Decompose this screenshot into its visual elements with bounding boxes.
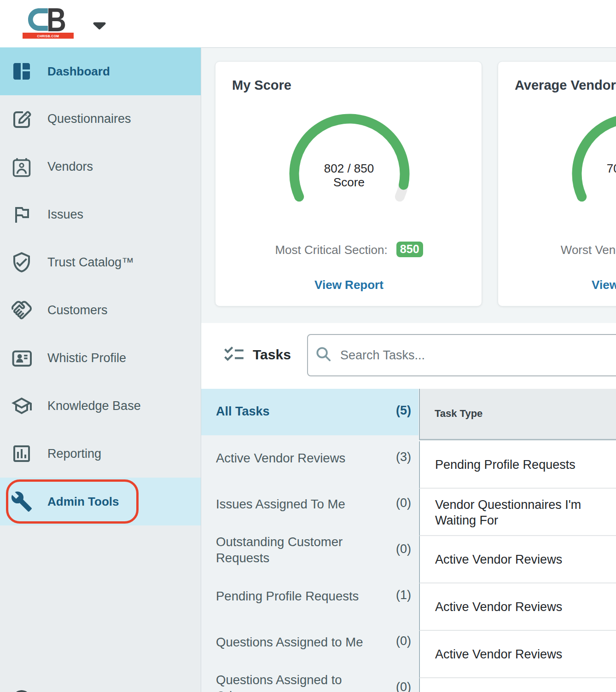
svg-text:CHRISB.COM: CHRISB.COM: [37, 35, 59, 38]
